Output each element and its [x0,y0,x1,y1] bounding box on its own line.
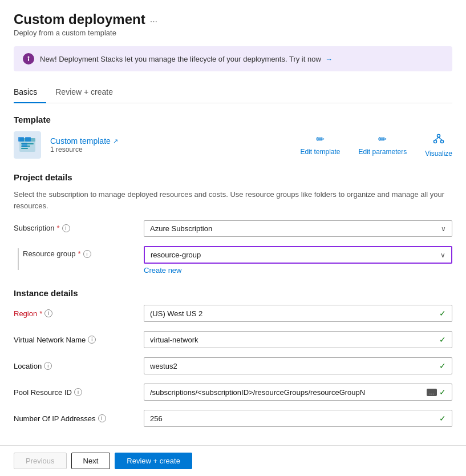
instance-details-title: Instance details [14,288,452,298]
svg-rect-6 [21,148,28,149]
svg-point-10 [437,134,440,137]
pool-resource-id-field[interactable]: /subscriptions/<subscriptionID>/resource… [144,384,452,401]
location-label: Location i [14,362,139,370]
ip-addresses-label: Number Of IP Addresses i [14,414,139,423]
project-details-title: Project details [14,172,452,182]
resource-count: 1 resource [50,146,118,154]
virtual-network-check-icon: ✓ [439,335,446,344]
location-row: Location i westus2 ✓ [14,357,452,374]
edit-template-label: Edit template [300,148,340,156]
ip-check-icon: ✓ [439,414,446,423]
subscription-info-icon[interactable]: i [62,224,70,232]
pool-resource-id-value: /subscriptions/<subscriptionID>/resource… [150,388,424,397]
visualize-action[interactable]: Visualize [425,133,452,158]
pool-resource-check-icon: ✓ [439,388,446,397]
ip-addresses-row: Number Of IP Addresses i 256 ✓ [14,410,452,427]
location-field[interactable]: westus2 ✓ [144,357,452,374]
pool-resource-id-row: Pool Resource ID i /subscriptions/<subsc… [14,384,452,401]
virtual-network-value: virtual-network [150,336,198,344]
virtual-network-field[interactable]: virtual-network ✓ [144,331,452,348]
svg-line-14 [439,137,442,140]
resource-group-label: Resource group * i [23,246,91,258]
deployment-stacks-banner: New! Deployment Stacks let you manage th… [14,46,452,71]
next-button[interactable]: Next [71,453,111,469]
location-info-icon[interactable]: i [44,362,52,370]
svg-point-11 [434,140,437,143]
ip-addresses-value: 256 [150,414,163,423]
banner-icon [23,53,34,64]
resource-group-value: resource-group [151,251,201,259]
subscription-value: Azure Subscription [150,224,212,233]
svg-rect-1 [28,58,29,61]
region-info-icon[interactable]: i [44,309,52,317]
edit-parameters-label: Edit parameters [358,148,407,156]
location-check-icon: ✓ [439,361,446,370]
page-title-text: Custom deployment [14,11,145,27]
rg-info-icon[interactable]: i [83,250,91,258]
page-subtitle: Deploy from a custom template [14,29,452,37]
visualize-icon [433,133,444,147]
review-create-button[interactable]: Review + create [115,453,192,469]
banner-link[interactable]: → [323,55,333,63]
rg-chevron-icon: ∨ [440,251,445,259]
subscription-dropdown[interactable]: Azure Subscription ∨ [144,220,452,237]
subscription-chevron-icon: ∨ [441,225,446,233]
external-link-icon: ↗ [113,138,118,145]
template-actions: ✏ Edit template ✏ Edit parameters [300,133,452,158]
virtual-network-label: Virtual Network Name i [14,336,139,344]
edit-template-icon: ✏ [316,133,325,146]
region-check-icon: ✓ [439,309,446,318]
tabs-bar: Basics Review + create [14,83,452,103]
footer-bar: Previous Next Review + create [0,445,466,476]
pool-resource-id-label: Pool Resource ID i [14,388,139,397]
subscription-label: Subscription * i [14,220,139,232]
pool-resource-info-icon[interactable]: i [74,388,82,396]
template-card: Custom template ↗ 1 resource ✏ Edit temp… [14,131,452,159]
region-required: * [39,309,42,318]
template-icon [14,131,41,159]
banner-text: New! Deployment Stacks let you manage th… [40,55,333,63]
tab-review-create[interactable]: Review + create [46,83,122,103]
ip-info-icon[interactable]: i [98,414,106,422]
rg-required: * [78,249,81,258]
edit-parameters-action[interactable]: ✏ Edit parameters [358,133,407,158]
svg-point-12 [441,140,444,143]
virtual-network-row: Virtual Network Name i virtual-network ✓ [14,331,452,348]
project-details-section: Project details Select the subscription … [14,172,452,275]
location-value: westus2 [150,362,177,370]
template-name-link[interactable]: Custom template ↗ [50,136,118,146]
page-header: Custom deployment ... Deploy from a cust… [14,11,452,37]
svg-rect-9 [22,143,27,147]
instance-details-section: Instance details Region * i (US) West US… [14,288,452,427]
overflow-badge: … [427,389,437,396]
create-new-link[interactable]: Create new [144,266,452,275]
virtual-network-info-icon[interactable]: i [88,336,96,344]
project-description: Select the subscription to manage deploy… [14,189,452,211]
ip-addresses-field[interactable]: 256 ✓ [144,410,452,427]
resource-group-control: resource-group ∨ Create new [144,246,452,275]
subscription-required: * [57,224,60,232]
region-field[interactable]: (US) West US 2 ✓ [144,305,452,322]
edit-template-action[interactable]: ✏ Edit template [300,133,340,158]
template-section: Template Custom template ↗ [14,115,452,159]
tab-basics[interactable]: Basics [14,83,46,103]
region-row: Region * i (US) West US 2 ✓ [14,305,452,322]
svg-line-13 [435,137,439,140]
visualize-label: Visualize [425,150,452,158]
template-info: Custom template ↗ 1 resource [50,136,118,154]
resource-group-dropdown[interactable]: resource-group ∨ [144,246,452,264]
svg-rect-8 [25,137,31,142]
svg-rect-7 [18,137,24,142]
header-ellipsis[interactable]: ... [150,14,157,25]
template-section-title: Template [14,115,452,124]
svg-point-0 [28,57,30,58]
region-value: (US) West US 2 [150,309,202,318]
subscription-row: Subscription * i Azure Subscription ∨ [14,220,452,237]
edit-parameters-icon: ✏ [378,133,387,146]
subscription-control: Azure Subscription ∨ [144,220,452,237]
region-label: Region * i [14,309,139,318]
previous-button[interactable]: Previous [14,453,67,469]
